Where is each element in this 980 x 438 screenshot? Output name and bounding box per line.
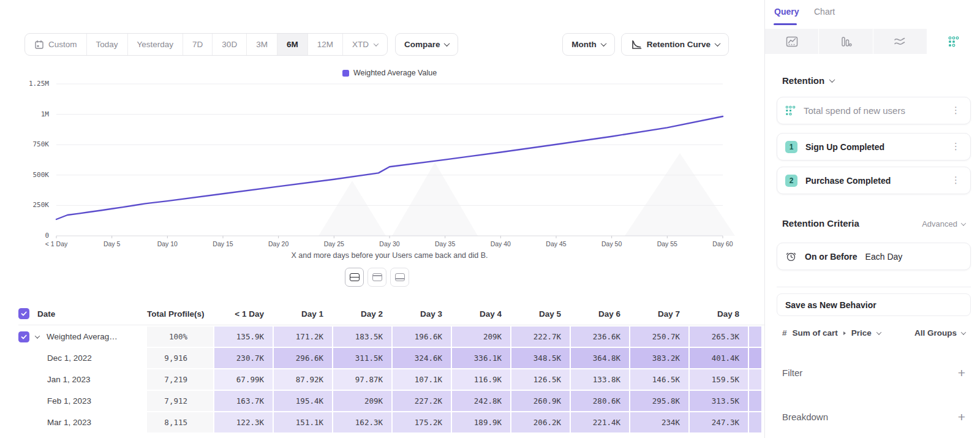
tab-query[interactable]: Query <box>774 7 799 17</box>
split-view-button[interactable] <box>345 268 364 287</box>
chart-type-button[interactable]: Retention Curve <box>621 33 729 56</box>
table-row-label[interactable]: Feb 1, 2023 <box>18 391 146 411</box>
date-range-3m[interactable]: 3M <box>247 34 277 55</box>
calendar-icon <box>34 40 44 50</box>
add-filter-icon[interactable]: + <box>958 366 965 379</box>
table-header-cell: Day 7 <box>630 309 688 319</box>
chart-type-tab-retention-grid[interactable] <box>927 29 980 54</box>
save-behavior-button[interactable]: Save as New Behavior <box>777 293 971 316</box>
compare-button[interactable]: Compare <box>395 33 459 56</box>
retention-value-cell: 107.1K <box>393 369 451 390</box>
legend-swatch <box>342 70 349 77</box>
retention-value-cell: 336.1K <box>452 348 510 368</box>
chart-legend[interactable]: Weighted Average Value <box>56 69 723 77</box>
table-view-button[interactable] <box>390 268 409 287</box>
chevron-down-icon <box>715 40 721 47</box>
chevron-down-icon <box>444 40 450 47</box>
query-section-heading[interactable]: Retention <box>782 75 834 86</box>
divider <box>777 287 971 287</box>
table-row-label[interactable]: Jan 1, 2023 <box>18 369 146 390</box>
table-header-cell: Day 3 <box>393 309 451 319</box>
retention-value-cell: 175.2K <box>393 412 451 432</box>
date-range-30d[interactable]: 30D <box>213 34 247 55</box>
chart-type-tab-combo-chart[interactable] <box>765 29 818 54</box>
retention-value-cell: 383.2K <box>630 348 688 368</box>
criteria-condition[interactable]: On or Before <box>805 252 858 262</box>
chart-type-tab-flow-chart[interactable] <box>873 29 927 54</box>
chart-type-tab-bar-chart[interactable] <box>819 29 872 54</box>
table-header-cell: Day 4 <box>452 309 510 319</box>
date-range-12m[interactable]: 12M <box>308 34 343 55</box>
date-range-6m[interactable]: 6M <box>277 34 308 55</box>
total-profiles-cell: 9,916 <box>147 348 213 368</box>
select-all-checkbox[interactable] <box>18 308 29 319</box>
retention-curve-icon <box>630 39 642 50</box>
retention-value-cell: 209K <box>333 391 391 411</box>
date-range-custom[interactable]: Custom <box>25 34 87 55</box>
retention-value-cell: 230.7K <box>214 348 273 368</box>
measure-row: # Sum of cart Price All Groups <box>782 328 965 338</box>
combo-chart-icon <box>786 36 798 48</box>
retention-value-cell: 311.5K <box>333 348 391 368</box>
breadcrumb-caret-icon <box>843 331 846 335</box>
retention-value-cell: 296.6K <box>274 348 332 368</box>
retention-line-series[interactable] <box>56 116 723 219</box>
table-row-label[interactable]: Dec 1, 2022 <box>18 348 146 368</box>
measure-property[interactable]: Sum of cart <box>793 328 838 338</box>
check-icon <box>20 333 28 341</box>
more-options-icon[interactable]: ⋮ <box>949 106 962 115</box>
groups-label: All Groups <box>914 328 957 338</box>
row-label: Weighted Average ... <box>47 332 119 341</box>
date-range-7d[interactable]: 7D <box>183 34 213 55</box>
advanced-dropdown[interactable]: Advanced <box>922 219 965 228</box>
table-row-label[interactable]: Mar 1, 2023 <box>18 412 146 432</box>
retention-value-cell: 159.5K <box>690 369 748 390</box>
more-options-icon[interactable]: ⋮ <box>949 176 962 185</box>
retention-value-cell: 348.5K <box>511 348 570 368</box>
table-header-cell: Total Profile(s) <box>147 309 213 319</box>
table-row-label[interactable]: Weighted Average ... <box>18 327 146 347</box>
day9-partial-cell <box>749 412 761 432</box>
criteria-card[interactable]: On or Before Each Day <box>777 243 971 270</box>
tab-chart[interactable]: Chart <box>814 7 835 17</box>
step-card-2[interactable]: 2Purchase Completed⋮ <box>777 167 971 194</box>
groups-dropdown[interactable]: All Groups <box>914 328 965 338</box>
retention-value-cell: 242.8K <box>452 391 510 411</box>
day9-partial-cell <box>749 369 761 390</box>
toolbar: CustomTodayYesterday7D30D3M6M12MXTD Comp… <box>24 33 729 56</box>
behavior-card[interactable]: Total spend of new users ⋮ <box>777 97 971 124</box>
x-axis-tick-label: Day 25 <box>324 240 344 247</box>
row-checkbox[interactable] <box>18 331 29 342</box>
step-card-1[interactable]: 1Sign Up Completed⋮ <box>777 133 971 160</box>
behavior-title: Total spend of new users <box>804 105 941 116</box>
chevron-down-icon <box>829 77 835 83</box>
retention-chart: Weighted Average Value 1.25M1M750K500K25… <box>0 61 764 263</box>
criteria-value[interactable]: Each Day <box>865 252 903 262</box>
total-profiles-cell: 7,219 <box>147 369 213 390</box>
y-axis-tick-label: 750K <box>12 140 49 148</box>
chart-view-button[interactable] <box>368 268 386 287</box>
table-header-cell: Day 6 <box>571 309 629 319</box>
retention-value-cell: 87.92K <box>274 369 332 390</box>
date-range-yesterday[interactable]: Yesterday <box>128 34 184 55</box>
section-filter: Filter+ <box>782 366 965 379</box>
retention-value-cell: 234K <box>630 412 688 432</box>
expand-row-icon[interactable] <box>35 333 40 338</box>
more-options-icon[interactable]: ⋮ <box>949 142 962 151</box>
date-range-today[interactable]: Today <box>87 34 128 55</box>
x-axis-tick-label: Day 10 <box>157 240 178 247</box>
retention-value-cell: 222.7K <box>511 327 570 347</box>
total-profiles-cell: 8,115 <box>147 412 213 432</box>
date-range-xtd[interactable]: XTD <box>343 34 387 55</box>
date-header-label: Date <box>37 309 55 319</box>
watermark-triangle <box>392 162 478 236</box>
table-header-date: Date <box>18 308 146 319</box>
retention-value-cell: 122.3K <box>214 412 273 432</box>
date-range-label: 6M <box>287 40 298 49</box>
row-label: Dec 1, 2022 <box>18 353 92 363</box>
measure-sub-property[interactable]: Price <box>851 328 872 338</box>
retention-value-cell: 133.8K <box>571 369 629 390</box>
table-view-icon <box>395 273 405 281</box>
add-breakdown-icon[interactable]: + <box>958 410 965 423</box>
interval-button[interactable]: Month <box>562 33 614 56</box>
